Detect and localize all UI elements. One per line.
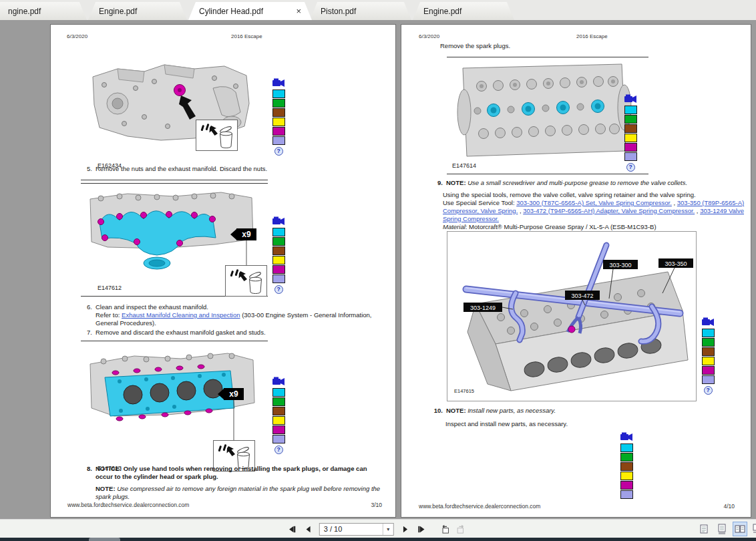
tab-engine-3[interactable]: Engine.pdf	[413, 2, 514, 20]
tab-label: Piston.pdf	[321, 7, 356, 16]
legend-swatch-green[interactable]	[272, 397, 285, 406]
special-service-tools: Use Special Service Tool: 303-300 (T87C-…	[443, 199, 744, 222]
step-6: 6. Clean and inspect the exhaust manifol…	[81, 303, 383, 327]
figure-caption: E147615	[454, 388, 474, 394]
callout-303-1249: 303-1249	[470, 305, 496, 311]
pdf-page-4: 6/3/2020 2016 Escape Remove the spark pl…	[401, 24, 751, 518]
legend-swatch-green[interactable]	[702, 338, 715, 347]
legend-swatch-brown[interactable]	[272, 246, 285, 255]
help-icon[interactable]: ?	[274, 285, 283, 294]
figure-manifold-gasket: x9 E147613	[81, 341, 268, 478]
legend-swatch-cyan[interactable]	[620, 443, 633, 452]
figure-caption: E147612	[98, 285, 122, 292]
legend-swatch-yellow[interactable]	[272, 416, 285, 425]
exhaust-manifold-cleaning-link[interactable]: Exhaust Manifold Cleaning and Inspection	[122, 311, 240, 319]
notice-label: NOTICE:	[96, 465, 122, 472]
legend-swatch-lavender[interactable]	[272, 136, 285, 145]
legend-swatch-green[interactable]	[272, 237, 285, 246]
tab-piston[interactable]: Piston.pdf	[310, 2, 411, 20]
legend-swatch-lavender[interactable]	[620, 490, 633, 499]
engine-illustration	[447, 57, 648, 172]
quantity-callout: x9	[242, 230, 251, 239]
legend-swatch-brown[interactable]	[702, 347, 715, 356]
help-icon[interactable]: ?	[274, 445, 283, 454]
legend-swatch-brown[interactable]	[272, 108, 285, 117]
video-camera-icon[interactable]	[272, 78, 285, 87]
tab-cylinder-head[interactable]: Cylinder Head.pdf ×	[188, 2, 312, 20]
chevron-down-icon[interactable]: ▾	[383, 524, 393, 535]
legend-swatch-magenta[interactable]	[620, 481, 633, 490]
video-camera-icon[interactable]	[701, 317, 715, 326]
legend-swatch-lavender[interactable]	[272, 435, 285, 443]
sst-link-303-472[interactable]: 303-472 (T94P-6565-AH) Adapter, Valve Sp…	[523, 207, 695, 214]
help-icon[interactable]: ?	[626, 163, 635, 172]
page-footer: www.beta.fordtechservice.dealerconnectio…	[419, 503, 735, 510]
taskbar-edge	[0, 538, 756, 541]
previous-view-button[interactable]	[439, 523, 451, 535]
help-icon[interactable]: ?	[274, 147, 283, 156]
legend-swatch-cyan[interactable]	[272, 228, 285, 236]
two-page-continuous-view-button[interactable]	[751, 522, 756, 536]
legend-swatch-yellow[interactable]	[702, 357, 715, 365]
legend-swatch-brown[interactable]	[624, 124, 637, 133]
legend-swatch-yellow[interactable]	[272, 118, 285, 126]
footer-page-number: 3/10	[371, 502, 382, 509]
legend-swatch-yellow[interactable]	[620, 472, 633, 480]
figure-legend: ?	[271, 78, 286, 156]
last-page-button[interactable]	[415, 523, 427, 535]
figure-legend: ?	[623, 94, 638, 172]
sst-link-303-300[interactable]: 303-300 (T87C-6565-A) Set, Valve Spring …	[516, 199, 672, 206]
video-camera-icon[interactable]	[272, 377, 285, 385]
step-10: 10. NOTE: Install new parts, as necessar…	[429, 407, 737, 415]
two-page-view-button[interactable]	[733, 522, 747, 536]
note-label: NOTE:	[96, 485, 116, 492]
tab-label: Engine.pdf	[99, 7, 137, 16]
figure-valve-spring-compressor: 303-300 303-350 303-472 303-1249 E147615	[447, 231, 697, 401]
tab-engine-1[interactable]: ngine.pdf	[0, 2, 87, 20]
legend-swatch-magenta[interactable]	[624, 143, 637, 152]
tab-engine-2[interactable]: Engine.pdf	[88, 2, 187, 20]
legend-swatch-yellow[interactable]	[272, 256, 285, 264]
legend-swatch-magenta[interactable]	[702, 366, 715, 375]
figure-legend: ?	[701, 317, 715, 395]
close-icon[interactable]: ×	[280, 6, 301, 16]
engine-illustration	[81, 51, 268, 180]
engine-illustration: 303-300 303-350 303-472 303-1249	[447, 232, 696, 401]
single-page-view-button[interactable]	[697, 522, 711, 536]
figure-exhaust-manifold-nut: E162434	[81, 51, 268, 184]
legend-swatch-green[interactable]	[272, 99, 285, 108]
previous-page-button[interactable]	[303, 523, 315, 535]
continuous-view-button[interactable]	[715, 522, 729, 536]
page-title: 2016 Escape	[576, 33, 608, 40]
footer-page-number: 4/10	[723, 503, 735, 510]
legend-swatch-brown[interactable]	[272, 407, 285, 415]
legend-swatch-cyan[interactable]	[702, 329, 715, 337]
discard-trash-icon	[226, 266, 267, 297]
legend-swatch-cyan[interactable]	[272, 388, 285, 397]
next-page-button[interactable]	[399, 523, 411, 535]
step-9-details: Using the special tools, remove the valv…	[443, 191, 745, 230]
legend-swatch-brown[interactable]	[620, 462, 633, 471]
video-camera-icon[interactable]	[272, 216, 285, 225]
legend-swatch-magenta[interactable]	[272, 265, 285, 274]
legend-swatch-green[interactable]	[620, 453, 633, 462]
video-camera-icon[interactable]	[620, 432, 633, 441]
page-date: 6/3/2020	[419, 33, 439, 40]
legend-swatch-lavender[interactable]	[702, 375, 715, 384]
tab-label: Engine.pdf	[423, 7, 461, 16]
legend-swatch-lavender[interactable]	[624, 152, 637, 161]
legend-swatch-cyan[interactable]	[624, 106, 637, 114]
legend-swatch-green[interactable]	[624, 115, 637, 124]
bottom-toolbar: 3 / 10 ▾	[0, 519, 756, 538]
legend-swatch-magenta[interactable]	[272, 127, 285, 136]
legend-swatch-cyan[interactable]	[272, 89, 285, 98]
page-number-dropdown[interactable]: 3 / 10 ▾	[319, 523, 394, 536]
pdf-viewer-window: ngine.pdf Engine.pdf Cylinder Head.pdf ×…	[0, 0, 756, 541]
help-icon[interactable]: ?	[704, 386, 713, 395]
video-camera-icon[interactable]	[624, 94, 637, 103]
legend-swatch-yellow[interactable]	[624, 134, 637, 142]
first-page-button[interactable]	[286, 523, 298, 535]
legend-swatch-lavender[interactable]	[272, 275, 285, 283]
next-view-button[interactable]	[455, 523, 467, 535]
legend-swatch-magenta[interactable]	[272, 425, 285, 434]
